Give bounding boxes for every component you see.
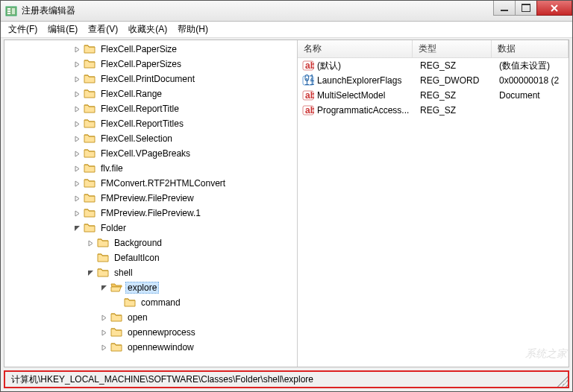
chevron-down-icon[interactable] bbox=[85, 268, 96, 278]
value-row[interactable]: 011110LaunchExplorerFlagsREG_DWORD0x0000… bbox=[298, 73, 569, 88]
tree-label[interactable]: flv.file bbox=[98, 162, 125, 174]
value-data: 0x00000018 (2 bbox=[496, 75, 569, 86]
tree-label[interactable]: FMPreview.FilePreview bbox=[98, 192, 196, 204]
chevron-down-icon[interactable] bbox=[72, 223, 82, 233]
svg-rect-2 bbox=[7, 10, 10, 12]
tree-pane[interactable]: FlexCell.PaperSizeFlexCell.PaperSizesFle… bbox=[4, 40, 298, 367]
registry-tree: FlexCell.PaperSizeFlexCell.PaperSizesFle… bbox=[4, 40, 297, 359]
chevron-right-icon[interactable] bbox=[72, 163, 82, 174]
tree-label[interactable]: FlexCell.VPageBreaks bbox=[98, 148, 192, 159]
tree-label[interactable]: FlexCell.ReportTitle bbox=[98, 103, 181, 115]
value-name: LaunchExplorerFlags bbox=[317, 75, 417, 86]
chevron-right-icon[interactable] bbox=[72, 104, 82, 114]
tree-label[interactable]: FlexCell.ReportTitles bbox=[98, 118, 186, 130]
status-path: 计算机\HKEY_LOCAL_MACHINE\SOFTWARE\Classes\… bbox=[5, 373, 554, 386]
tree-label[interactable]: FMConvert.RTF2HTMLConvert bbox=[98, 177, 228, 189]
tree-label[interactable]: Folder bbox=[98, 222, 128, 234]
menu-favorites[interactable]: 收藏夹(A) bbox=[124, 22, 172, 37]
tree-label[interactable]: FlexCell.PrintDocument bbox=[98, 73, 197, 85]
value-row[interactable]: abProgrammaticAccess...REG_SZ bbox=[298, 103, 569, 118]
tree-label[interactable]: shell bbox=[112, 267, 135, 279]
tree-label[interactable]: explore bbox=[125, 282, 159, 294]
chevron-right-icon[interactable] bbox=[72, 208, 82, 218]
tree-row[interactable]: DefaultIcon bbox=[4, 250, 297, 265]
folder-icon bbox=[124, 297, 136, 309]
window-title: 注册表编辑器 bbox=[22, 4, 494, 17]
titlebar[interactable]: 注册表编辑器 bbox=[1, 1, 572, 22]
minimize-button[interactable] bbox=[493, 1, 516, 16]
app-icon bbox=[5, 5, 17, 17]
tree-row[interactable]: FlexCell.PrintDocument bbox=[4, 72, 297, 86]
value-type: REG_SZ bbox=[417, 60, 496, 71]
tree-row[interactable]: FlexCell.Selection bbox=[4, 131, 297, 146]
tree-label[interactable]: FMPreview.FilePreview.1 bbox=[98, 207, 203, 219]
col-name[interactable]: 名称 bbox=[298, 40, 413, 57]
tree-label[interactable]: FlexCell.PaperSize bbox=[98, 43, 179, 55]
tree-label[interactable]: opennewprocess bbox=[125, 326, 198, 338]
tree-row[interactable]: opennewprocess bbox=[4, 325, 297, 340]
chevron-right-icon[interactable] bbox=[72, 74, 82, 84]
tree-label[interactable]: FlexCell.PaperSizes bbox=[98, 58, 184, 70]
tree-row[interactable]: FlexCell.ReportTitle bbox=[4, 101, 297, 116]
tree-label[interactable]: Background bbox=[112, 237, 164, 249]
resize-grip[interactable] bbox=[554, 373, 568, 387]
chevron-right-icon[interactable] bbox=[85, 238, 96, 248]
chevron-right-icon[interactable] bbox=[72, 178, 82, 189]
tree-row[interactable]: Background bbox=[4, 235, 297, 250]
tree-label[interactable]: opennewwindow bbox=[125, 341, 196, 353]
folder-icon bbox=[97, 267, 109, 279]
chevron-down-icon[interactable] bbox=[98, 282, 109, 293]
tree-row[interactable]: FlexCell.ReportTitles bbox=[4, 116, 297, 131]
tree-row[interactable]: FMPreview.FilePreview bbox=[4, 191, 297, 206]
folder-icon bbox=[84, 118, 96, 130]
col-data[interactable]: 数据 bbox=[492, 40, 569, 57]
value-type: REG_SZ bbox=[417, 90, 496, 101]
menubar: 文件(F) 编辑(E) 查看(V) 收藏夹(A) 帮助(H) bbox=[1, 22, 572, 38]
tree-row[interactable]: FlexCell.Range bbox=[4, 86, 297, 101]
chevron-right-icon[interactable] bbox=[72, 59, 82, 69]
close-button[interactable] bbox=[536, 1, 572, 16]
tree-label[interactable]: open bbox=[125, 312, 150, 323]
values-pane: 名称 类型 数据 ab(默认)REG_SZ(数值未设置)011110Launch… bbox=[298, 40, 569, 367]
value-row[interactable]: ab(默认)REG_SZ(数值未设置) bbox=[298, 58, 569, 73]
chevron-right-icon[interactable] bbox=[72, 148, 82, 159]
menu-file[interactable]: 文件(F) bbox=[4, 22, 42, 37]
chevron-right-icon[interactable] bbox=[72, 44, 82, 54]
client-area: FlexCell.PaperSizeFlexCell.PaperSizesFle… bbox=[4, 39, 569, 367]
maximize-button[interactable] bbox=[515, 1, 537, 16]
chevron-right-icon[interactable] bbox=[98, 327, 109, 338]
svg-rect-3 bbox=[7, 13, 10, 14]
svg-text:110: 110 bbox=[304, 77, 314, 86]
chevron-right-icon[interactable] bbox=[72, 89, 82, 99]
tree-row[interactable]: FlexCell.PaperSizes bbox=[4, 57, 297, 72]
tree-row[interactable]: FlexCell.VPageBreaks bbox=[4, 146, 297, 161]
tree-label[interactable]: DefaultIcon bbox=[112, 252, 162, 264]
tree-row[interactable]: explore bbox=[4, 280, 297, 295]
tree-row[interactable]: shell bbox=[4, 265, 297, 280]
chevron-right-icon[interactable] bbox=[98, 312, 109, 323]
tree-row[interactable]: FlexCell.PaperSize bbox=[4, 42, 297, 57]
tree-label[interactable]: FlexCell.Range bbox=[98, 88, 164, 100]
folder-icon bbox=[84, 222, 96, 234]
value-row[interactable]: abMultiSelectModelREG_SZDocument bbox=[298, 88, 569, 103]
menu-edit[interactable]: 编辑(E) bbox=[43, 22, 82, 37]
tree-label[interactable]: command bbox=[139, 297, 183, 309]
tree-row[interactable]: Folder bbox=[4, 221, 297, 235]
folder-icon bbox=[84, 88, 96, 100]
chevron-right-icon[interactable] bbox=[72, 193, 82, 203]
menu-view[interactable]: 查看(V) bbox=[84, 22, 122, 37]
tree-row[interactable]: flv.file bbox=[4, 161, 297, 176]
chevron-right-icon[interactable] bbox=[72, 118, 82, 129]
menu-help[interactable]: 帮助(H) bbox=[173, 22, 213, 37]
value-name: ProgrammaticAccess... bbox=[317, 105, 417, 116]
col-type[interactable]: 类型 bbox=[413, 40, 492, 57]
list-body[interactable]: ab(默认)REG_SZ(数值未设置)011110LaunchExplorerF… bbox=[298, 58, 569, 367]
chevron-right-icon[interactable] bbox=[72, 133, 82, 144]
chevron-right-icon[interactable] bbox=[98, 342, 109, 353]
tree-row[interactable]: opennewwindow bbox=[4, 340, 297, 355]
tree-row[interactable]: FMPreview.FilePreview.1 bbox=[4, 206, 297, 221]
tree-row[interactable]: open bbox=[4, 310, 297, 325]
tree-row[interactable]: FMConvert.RTF2HTMLConvert bbox=[4, 176, 297, 191]
tree-label[interactable]: FlexCell.Selection bbox=[98, 133, 175, 145]
tree-row[interactable]: command bbox=[4, 295, 297, 310]
